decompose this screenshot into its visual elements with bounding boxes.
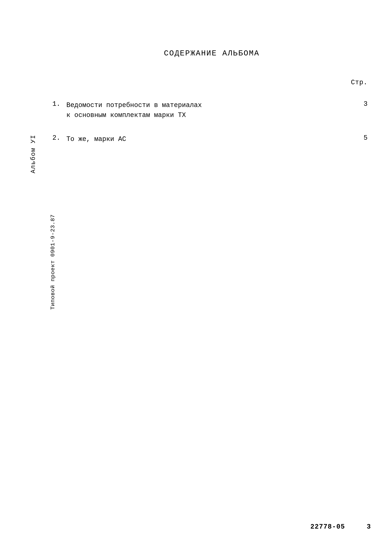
main-content: СОДЕРЖАНИЕ АЛЬБОМА Стр. 1. Ведомости пот… (52, 49, 371, 520)
toc-text-line2-1: к основным комплектам марки ТХ (66, 110, 356, 120)
toc-item-1: 1. Ведомости потребности в материалах к … (52, 100, 371, 120)
footer-document-number: 22778-05 (311, 523, 345, 531)
toc-page-1: 3 (356, 100, 367, 108)
footer-page-number: 3 (367, 523, 371, 531)
album-label: Альбом УI (30, 135, 37, 173)
toc-number-1: 1. (52, 100, 66, 108)
page-title: СОДЕРЖАНИЕ АЛЬБОМА (52, 49, 371, 58)
toc-text-2: То же, марки АС (66, 134, 356, 144)
toc-page-2: 5 (356, 134, 367, 142)
toc-item-2: 2. То же, марки АС 5 (52, 134, 371, 144)
page: Альбом УI Типовой проект 0901-9-23.87 СО… (0, 0, 392, 541)
toc-text-line1-1: Ведомости потребности в материалах (66, 100, 356, 110)
footer: 22778-05 3 (311, 523, 371, 531)
toc-text-1: Ведомости потребности в материалах к осн… (66, 100, 356, 120)
column-header-page: Стр. (52, 79, 371, 86)
toc-text-line1-2: То же, марки АС (66, 134, 356, 144)
toc-number-2: 2. (52, 134, 66, 142)
